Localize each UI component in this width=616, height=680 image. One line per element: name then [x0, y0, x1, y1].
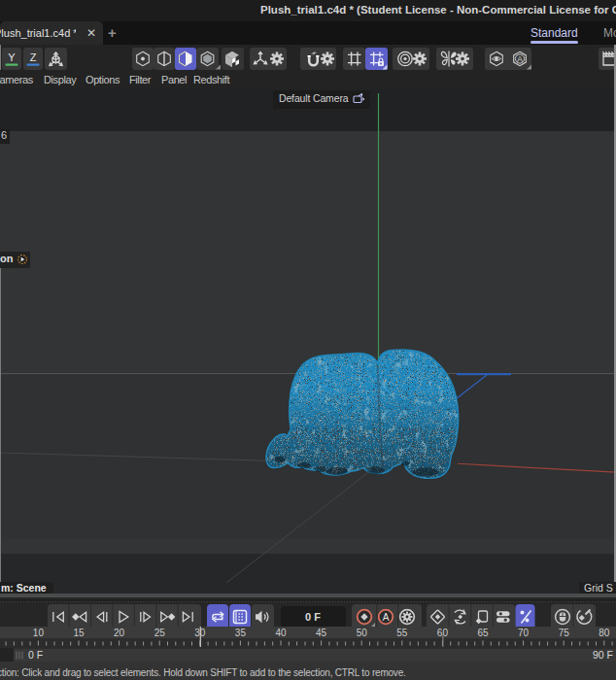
svg-text:80: 80 — [599, 628, 610, 638]
svg-text:0 F: 0 F — [28, 649, 43, 661]
svg-text:50: 50 — [357, 628, 368, 638]
svg-text:0 F: 0 F — [305, 611, 321, 623]
svg-text:55: 55 — [396, 628, 408, 638]
svg-text:75: 75 — [559, 628, 570, 638]
svg-text:35: 35 — [235, 628, 247, 638]
svg-text:65: 65 — [477, 628, 489, 638]
svg-text:15: 15 — [73, 628, 85, 638]
svg-text:40: 40 — [275, 628, 287, 638]
svg-text:10: 10 — [33, 628, 45, 638]
svg-text:A: A — [517, 54, 523, 64]
svg-text:Z: Z — [30, 51, 37, 63]
svg-text:A: A — [383, 612, 390, 623]
svg-text:90 F: 90 F — [593, 649, 613, 661]
svg-text:25: 25 — [154, 628, 166, 638]
svg-text:Y: Y — [8, 51, 16, 63]
svg-text:20: 20 — [114, 628, 125, 638]
svg-text:70: 70 — [518, 628, 530, 638]
svg-text:45: 45 — [316, 628, 327, 638]
